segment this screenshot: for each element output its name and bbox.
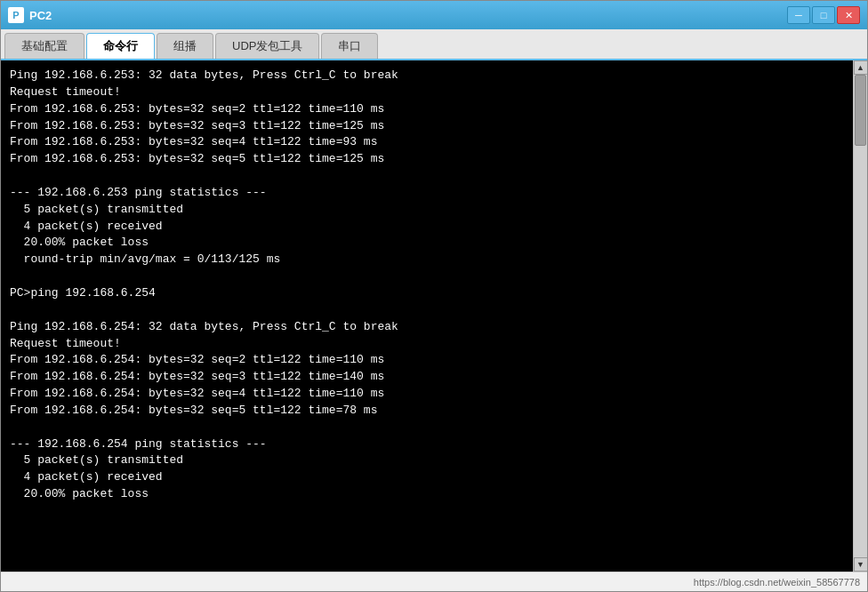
tab-basic-config[interactable]: 基础配置 [4,33,84,59]
main-window: P PC2 ─ □ ✕ 基础配置 命令行 组播 UDP发包工具 串口 Ping … [0,0,868,592]
window-controls: ─ □ ✕ [787,6,860,24]
status-url: https://blog.csdn.net/weixin_58567778 [694,577,860,588]
window-title: PC2 [29,9,787,22]
tab-udp-tool[interactable]: UDP发包工具 [215,33,319,59]
scroll-thumb[interactable] [855,75,866,146]
tab-serial[interactable]: 串口 [321,33,378,59]
maximize-button[interactable]: □ [812,6,835,24]
minimize-button[interactable]: ─ [787,6,810,24]
close-button[interactable]: ✕ [837,6,860,24]
statusbar: https://blog.csdn.net/weixin_58567778 [1,572,867,591]
scrollbar[interactable]: ▲ ▼ [853,60,867,572]
app-icon: P [8,7,24,23]
tab-multicast[interactable]: 组播 [157,33,213,59]
tab-command-line[interactable]: 命令行 [86,33,155,59]
scroll-down-button[interactable]: ▼ [854,557,868,572]
main-area: Ping 192.168.6.253: 32 data bytes, Press… [1,60,867,572]
scroll-up-button[interactable]: ▲ [854,60,868,75]
tab-bar: 基础配置 命令行 组播 UDP发包工具 串口 [1,29,867,60]
terminal-output[interactable]: Ping 192.168.6.253: 32 data bytes, Press… [1,60,853,572]
titlebar: P PC2 ─ □ ✕ [1,1,867,29]
scroll-track[interactable] [854,75,867,557]
